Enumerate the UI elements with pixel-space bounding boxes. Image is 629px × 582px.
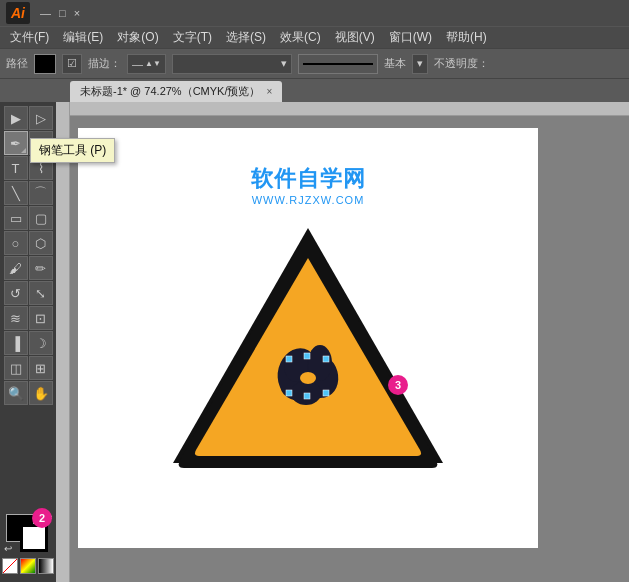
brush-tool-button[interactable]: 🖌	[4, 256, 28, 280]
pen-tool-button[interactable]: ✒	[4, 131, 28, 155]
toolbar: 路径 ☑ 描边： — ▲▼ ▾ 基本 ▾ 不透明度：	[0, 48, 629, 78]
stroke-label: 描边：	[88, 56, 121, 71]
canvas-area: 软件自学网 WWW.RJZXW.COM	[56, 102, 629, 582]
stroke-profile-select[interactable]: ▾	[172, 54, 292, 74]
ruler-top	[56, 102, 629, 116]
rotate-tool-button[interactable]: ↺	[4, 281, 28, 305]
color-mode-row	[2, 558, 54, 574]
warp-tool-button[interactable]: ≋	[4, 306, 28, 330]
tab-bar: 未标题-1* @ 74.27%（CMYK/预览） ×	[0, 78, 629, 102]
tab-label: 未标题-1* @ 74.27%（CMYK/预览）	[80, 84, 261, 99]
maximize-icon[interactable]: □	[57, 6, 68, 20]
watermark-title: 软件自学网	[251, 164, 366, 194]
gradient-mode-icon[interactable]	[38, 558, 54, 574]
watermark: 软件自学网 WWW.RJZXW.COM	[251, 164, 366, 206]
rounded-rect-tool-button[interactable]: ▢	[29, 206, 53, 230]
stroke-weight-input[interactable]: — ▲▼	[127, 54, 166, 74]
tool-row-9: ≋ ⊡	[2, 306, 54, 330]
svg-rect-10	[286, 390, 292, 396]
menu-file[interactable]: 文件(F)	[4, 27, 55, 48]
zoom-tool-button[interactable]: 🔍	[4, 381, 28, 405]
dropdown-icon: ▾	[417, 57, 423, 70]
path-label: 路径	[6, 56, 28, 71]
dropdown-icon: ▾	[281, 57, 287, 70]
menu-bar: 文件(F) 编辑(E) 对象(O) 文字(T) 选择(S) 效果(C) 视图(V…	[0, 26, 629, 48]
rect-tool-button[interactable]: ▭	[4, 206, 28, 230]
tool-row-7: 🖌 ✏	[2, 256, 54, 280]
ellipse-tool-button[interactable]: ○	[4, 231, 28, 255]
opacity-control: 不透明度：	[434, 56, 489, 71]
bar-chart-tool-button[interactable]: ▐	[4, 331, 28, 355]
arc-tool-button[interactable]: ⌒	[29, 181, 53, 205]
menu-help[interactable]: 帮助(H)	[440, 27, 493, 48]
minimize-icon[interactable]: —	[38, 6, 53, 20]
title-bar: Ai — □ ×	[0, 0, 629, 26]
stroke-style-select[interactable]	[298, 54, 378, 74]
polygon-tool-button[interactable]: ⬡	[29, 231, 53, 255]
pen-icon: ✒	[10, 136, 21, 151]
svg-rect-9	[323, 356, 329, 362]
svg-rect-12	[304, 353, 310, 359]
selection-tool-button[interactable]: ▶	[4, 106, 28, 130]
tool-row-12: 🔍 ✋	[2, 381, 54, 405]
pen-tool-tooltip: 钢笔工具 (P)	[30, 138, 115, 163]
toolbar-stroke-toggle[interactable]: ☑	[62, 54, 82, 74]
mesh-tool-button[interactable]: ⊞	[29, 356, 53, 380]
tool-row-1: ▶ ▷	[2, 106, 54, 130]
toolbox: ▶ ▷ ✒ + T ⌇ ╲ ⌒ ▭ ▢ ○ ⬡ 🖌 ✏	[0, 102, 56, 582]
tool-row-6: ○ ⬡	[2, 231, 54, 255]
menu-edit[interactable]: 编辑(E)	[57, 27, 109, 48]
warning-triangle-svg	[168, 218, 448, 473]
tab-close-button[interactable]: ×	[267, 86, 273, 97]
none-fill-icon[interactable]	[2, 558, 18, 574]
tool-row-5: ▭ ▢	[2, 206, 54, 230]
svg-rect-11	[323, 390, 329, 396]
opacity-label: 不透明度：	[434, 56, 489, 71]
basic-label: 基本	[384, 56, 406, 71]
pan-tool-button[interactable]: ✋	[29, 381, 53, 405]
reset-colors-icon[interactable]: ↩	[4, 543, 12, 554]
menu-select[interactable]: 选择(S)	[220, 27, 272, 48]
badge-2: 2	[32, 508, 52, 528]
main-area: ▶ ▷ ✒ + T ⌇ ╲ ⌒ ▭ ▢ ○ ⬡ 🖌 ✏	[0, 102, 629, 582]
tool-row-4: ╲ ⌒	[2, 181, 54, 205]
chevron-up-icon: ▲▼	[145, 59, 161, 68]
line-tool-button[interactable]: ╲	[4, 181, 28, 205]
pencil-tool-button[interactable]: ✏	[29, 256, 53, 280]
gradient-tool-button[interactable]: ◫	[4, 356, 28, 380]
title-bar-icons: — □ ×	[38, 6, 82, 20]
svg-point-7	[300, 372, 316, 384]
badge-3: 3	[388, 375, 408, 395]
tool-row-11: ◫ ⊞	[2, 356, 54, 380]
free-transform-tool-button[interactable]: ⊡	[29, 306, 53, 330]
ruler-left	[56, 102, 70, 582]
toolbar-fill-swatch[interactable]	[34, 54, 56, 74]
tool-row-10: ▐ ☽	[2, 331, 54, 355]
tool-row-8: ↺ ⤡	[2, 281, 54, 305]
scale-tool-button[interactable]: ⤡	[29, 281, 53, 305]
stroke-icon: ☑	[67, 57, 77, 70]
direct-selection-tool-button[interactable]: ▷	[29, 106, 53, 130]
watermark-url: WWW.RJZXW.COM	[251, 194, 366, 206]
basic-dropdown[interactable]: ▾	[412, 54, 428, 74]
app-logo: Ai	[6, 2, 30, 24]
menu-view[interactable]: 视图(V)	[329, 27, 381, 48]
warning-triangle-container	[168, 218, 448, 473]
close-icon[interactable]: ×	[72, 6, 82, 20]
canvas[interactable]: 软件自学网 WWW.RJZXW.COM	[78, 128, 538, 548]
menu-window[interactable]: 窗口(W)	[383, 27, 438, 48]
menu-object[interactable]: 对象(O)	[111, 27, 164, 48]
svg-rect-13	[304, 393, 310, 399]
menu-effect[interactable]: 效果(C)	[274, 27, 327, 48]
type-tool-button[interactable]: T	[4, 156, 28, 180]
svg-rect-8	[286, 356, 292, 362]
menu-type[interactable]: 文字(T)	[167, 27, 218, 48]
color-mode-icon[interactable]	[20, 558, 36, 574]
hand-tool-button[interactable]: ☽	[29, 331, 53, 355]
document-tab[interactable]: 未标题-1* @ 74.27%（CMYK/预览） ×	[70, 81, 282, 102]
stroke-color-box[interactable]	[20, 524, 48, 552]
